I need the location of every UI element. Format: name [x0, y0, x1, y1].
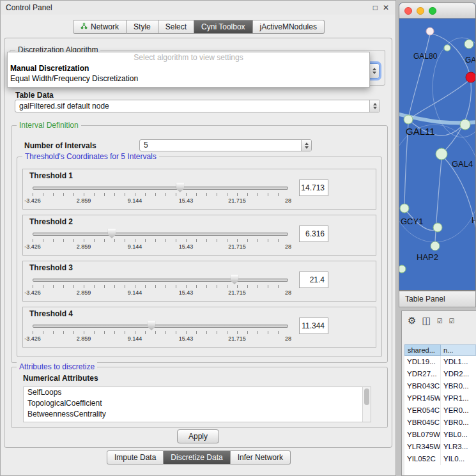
slider-tick-labels: -3.426 2.859 9.144 15.43 21.715 28: [33, 335, 288, 342]
threshold-label: Threshold 1: [29, 171, 73, 180]
slider-track[interactable]: [33, 279, 288, 282]
table-row[interactable]: YIL052CYIL0...: [404, 453, 476, 465]
axis-tick-label: 21.715: [228, 243, 246, 250]
list-item[interactable]: SelfLoops: [24, 387, 371, 398]
network-node[interactable]: [460, 119, 470, 130]
network-node[interactable]: [433, 223, 442, 232]
control-panel-tab-bar: Network Style Select Cyni Toolbox jActiv…: [1, 20, 397, 34]
network-node[interactable]: [464, 40, 473, 49]
slider-track[interactable]: [33, 233, 288, 236]
slider-ticks: [33, 285, 288, 288]
slider-thumb[interactable]: [148, 321, 156, 330]
table-row[interactable]: YER054CYER0...: [404, 404, 476, 417]
table-row[interactable]: YDR27...YDR2...: [404, 368, 476, 380]
threshold-value-field[interactable]: 14.713: [299, 180, 328, 196]
tab-select[interactable]: Select: [158, 20, 194, 34]
table-row[interactable]: YBR043CYBR0...: [404, 380, 476, 392]
popup-option-equal-width-frequency[interactable]: Equal Width/Frequency Discretization: [8, 73, 369, 84]
numerical-attributes-list: SelfLoops TopologicalCoefficient Between…: [23, 387, 371, 422]
network-node[interactable]: [400, 204, 409, 213]
zoom-traffic-light-icon[interactable]: [429, 7, 436, 15]
node-table: shared... n... YDL19...YDL1... YDR27...Y…: [404, 344, 476, 475]
slider-track[interactable]: [33, 187, 288, 190]
column-header-name[interactable]: n...: [441, 344, 476, 356]
slider-thumb[interactable]: [108, 229, 116, 238]
combo-arrows-icon[interactable]: [301, 140, 311, 151]
network-node[interactable]: [444, 45, 450, 51]
network-canvas[interactable]: GAL80 GA GAL11 GAL4 GCY1 H HAP2: [399, 19, 475, 290]
network-node[interactable]: [436, 148, 447, 160]
numerical-attributes-label: Numerical Attributes: [23, 374, 98, 383]
slider-thumb[interactable]: [231, 275, 239, 284]
network-node[interactable]: [431, 242, 440, 250]
tab-impute-data[interactable]: Impute Data: [107, 450, 164, 464]
threshold-3-panel: Threshold 3 21.4 -3.426 2.859 9.144 15.4…: [22, 261, 376, 302]
table-data-value: galFiltered.sif default node: [15, 100, 380, 112]
slider-track[interactable]: [33, 325, 288, 328]
list-item[interactable]: TopologicalCoefficient: [24, 398, 371, 409]
slider-tick-labels: -3.426 2.859 9.144 15.43 21.715 28: [33, 289, 288, 296]
scrollbar-thumb[interactable]: [364, 388, 369, 405]
close-traffic-light-icon[interactable]: [404, 7, 412, 15]
gear-icon[interactable]: ⚙: [408, 315, 416, 326]
axis-tick-label: 21.715: [228, 289, 246, 296]
axis-tick-label: 9.144: [128, 335, 142, 342]
threshold-slider[interactable]: -3.426 2.859 9.144 15.43 21.715 28: [33, 320, 288, 344]
popup-option-manual-discretization[interactable]: Manual Discretization: [8, 63, 369, 73]
threshold-label: Threshold 2: [29, 217, 73, 226]
network-node-selected-red[interactable]: [466, 72, 475, 82]
table-row[interactable]: YBR045CYBR0...: [404, 417, 476, 429]
threshold-4-panel: Threshold 4 11.344 -3.426 2.859 9.144 15…: [22, 307, 376, 348]
table-data-combobox[interactable]: galFiltered.sif default node: [15, 100, 380, 112]
tab-jactivemnodules[interactable]: jActiveMNodules: [253, 20, 325, 34]
table-header-row: shared... n...: [404, 344, 476, 356]
table-row[interactable]: YBL079WYBL0...: [404, 429, 476, 441]
checkbox-icon[interactable]: ☑: [437, 318, 443, 325]
tab-infer-network[interactable]: Infer Network: [231, 450, 291, 464]
list-scrollbar[interactable]: [362, 387, 371, 422]
table-panel-header: Table Panel: [399, 291, 476, 307]
tab-style[interactable]: Style: [127, 20, 158, 34]
number-of-intervals-label: Number of Intervals: [24, 141, 96, 150]
columns-icon[interactable]: ◫: [422, 315, 431, 326]
table-row[interactable]: YPR145WYPR1...: [404, 392, 476, 404]
minimize-traffic-light-icon[interactable]: [417, 7, 424, 15]
axis-tick-label: 28: [285, 289, 291, 296]
threshold-slider[interactable]: -3.426 2.859 9.144 15.43 21.715 28: [33, 182, 288, 206]
network-nodes: [399, 27, 475, 273]
tab-discretize-data[interactable]: Discretize Data: [164, 450, 230, 464]
threshold-slider[interactable]: -3.426 2.859 9.144 15.43 21.715 28: [33, 274, 288, 298]
network-window-titlebar: [399, 3, 475, 19]
axis-tick-label: 2.859: [77, 197, 91, 204]
tab-cyni-toolbox[interactable]: Cyni Toolbox: [194, 20, 252, 34]
table-row[interactable]: YLR345WYLR3...: [404, 441, 476, 453]
close-window-icon[interactable]: ✕: [383, 1, 389, 15]
checkbox-icon[interactable]: ☑: [449, 318, 456, 325]
network-graph: [399, 19, 475, 290]
axis-tick-label: -3.426: [24, 289, 41, 296]
column-header-shared-name[interactable]: shared...: [404, 344, 441, 356]
slider-thumb[interactable]: [176, 183, 184, 192]
apply-button[interactable]: Apply: [177, 429, 219, 443]
tab-network[interactable]: Network: [73, 20, 127, 34]
network-node[interactable]: [426, 27, 434, 35]
node-label: HAP2: [417, 252, 438, 262]
network-node[interactable]: [404, 115, 413, 124]
threshold-value-field[interactable]: 11.344: [299, 318, 328, 334]
axis-tick-label: -3.426: [24, 243, 41, 250]
threshold-label: Threshold 4: [29, 309, 73, 318]
slider-tick-labels: -3.426 2.859 9.144 15.43 21.715 28: [33, 197, 288, 204]
number-of-intervals-combobox[interactable]: 5: [139, 139, 312, 151]
thresholds-group-title: Threshold's Coordinates for 5 Intervals: [22, 152, 159, 161]
threshold-slider[interactable]: -3.426 2.859 9.144 15.43 21.715 28: [33, 228, 288, 252]
combo-arrows-icon[interactable]: [369, 100, 380, 112]
float-window-icon[interactable]: □: [373, 1, 378, 15]
node-label: GAL80: [413, 52, 437, 61]
list-item[interactable]: BetweennessCentrality: [24, 409, 371, 420]
combo-arrows-icon[interactable]: [369, 64, 379, 78]
table-row[interactable]: YDL19...YDL1...: [404, 356, 476, 368]
node-label: GA: [465, 56, 475, 65]
threshold-value-field[interactable]: 6.316: [299, 226, 328, 242]
threshold-value-field[interactable]: 21.4: [299, 272, 328, 288]
network-node[interactable]: [399, 265, 406, 273]
